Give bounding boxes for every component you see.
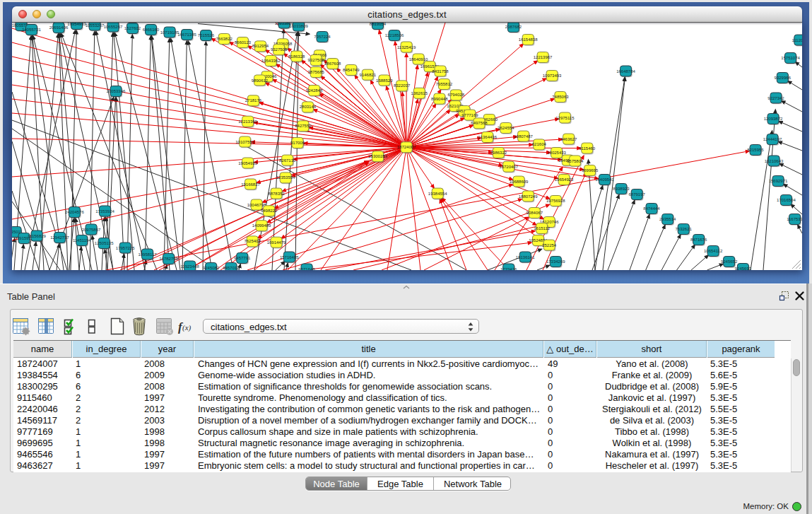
svg-text:252254: 252254 xyxy=(542,243,557,247)
svg-text:2718176: 2718176 xyxy=(245,98,262,103)
svg-text:9227342: 9227342 xyxy=(767,96,784,100)
svg-text:6497568: 6497568 xyxy=(471,121,488,125)
svg-text:621604: 621604 xyxy=(532,142,547,146)
svg-text:7625402: 7625402 xyxy=(244,239,261,243)
svg-text:11156829: 11156829 xyxy=(28,234,46,238)
svg-text:17353924: 17353924 xyxy=(95,209,114,214)
svg-text:16914479: 16914479 xyxy=(267,240,286,245)
svg-text:1167533: 1167533 xyxy=(787,217,802,221)
svg-text:2935514: 2935514 xyxy=(659,217,676,221)
svg-text:19354933: 19354933 xyxy=(67,23,86,26)
svg-text:3624554: 3624554 xyxy=(498,126,514,130)
svg-text:9245693: 9245693 xyxy=(735,267,752,270)
svg-text:12213369: 12213369 xyxy=(238,119,257,124)
svg-text:917006: 917006 xyxy=(290,141,305,145)
svg-text:8471676: 8471676 xyxy=(690,238,707,242)
svg-text:7663822: 7663822 xyxy=(216,37,233,41)
svg-text:18724007: 18724007 xyxy=(397,145,416,149)
svg-text:16409541: 16409541 xyxy=(595,177,614,182)
svg-text:6794028: 6794028 xyxy=(448,93,465,97)
svg-text:19756928: 19756928 xyxy=(546,199,565,203)
svg-text:9571648: 9571648 xyxy=(298,267,315,271)
svg-text:10807487: 10807487 xyxy=(514,134,533,139)
svg-text:16648784: 16648784 xyxy=(616,69,635,74)
svg-text:17334269: 17334269 xyxy=(546,259,565,264)
svg-text:10973493: 10973493 xyxy=(543,74,562,78)
svg-text:7986322: 7986322 xyxy=(490,151,507,155)
svg-text:1527602: 1527602 xyxy=(124,26,141,30)
svg-text:7632621: 7632621 xyxy=(676,227,693,231)
svg-text:20691406: 20691406 xyxy=(49,25,69,30)
svg-text:15720407: 15720407 xyxy=(499,165,518,169)
svg-text:7515526: 7515526 xyxy=(198,33,215,37)
svg-text:8660123: 8660123 xyxy=(235,40,252,45)
svg-text:16033809: 16033809 xyxy=(289,24,308,28)
svg-text:8912954: 8912954 xyxy=(252,44,269,48)
svg-text:16671385: 16671385 xyxy=(177,33,196,37)
svg-text:15716485: 15716485 xyxy=(280,255,299,259)
svg-text:8322037: 8322037 xyxy=(394,83,411,88)
svg-text:10107553: 10107553 xyxy=(235,140,254,144)
svg-text:15136141: 15136141 xyxy=(516,255,535,259)
svg-text:8267130: 8267130 xyxy=(279,158,296,163)
svg-text:8474444: 8474444 xyxy=(643,206,660,211)
svg-text:2867608: 2867608 xyxy=(324,62,341,66)
svg-text:8813054: 8813054 xyxy=(370,23,387,26)
svg-text:17957225: 17957225 xyxy=(116,246,135,250)
svg-text:12444197: 12444197 xyxy=(763,137,782,141)
svg-text:20053346: 20053346 xyxy=(107,89,126,93)
svg-text:25300283: 25300283 xyxy=(368,154,387,158)
svg-text:7955812: 7955812 xyxy=(436,82,453,86)
svg-text:12093872: 12093872 xyxy=(764,117,783,121)
svg-text:6879197: 6879197 xyxy=(629,192,646,197)
svg-text:1733426: 1733426 xyxy=(500,267,517,271)
svg-text:9242848: 9242848 xyxy=(306,88,323,93)
svg-text:8454749: 8454749 xyxy=(343,68,360,72)
svg-text:16782759: 16782759 xyxy=(159,257,178,261)
svg-text:9327505: 9327505 xyxy=(271,47,288,52)
svg-text:9575804: 9575804 xyxy=(567,159,584,163)
svg-text:1112041: 1112041 xyxy=(792,38,802,42)
svg-text:5498222: 5498222 xyxy=(261,209,278,213)
svg-text:1588520: 1588520 xyxy=(376,78,393,83)
svg-text:10719185: 10719185 xyxy=(160,30,180,35)
svg-text:11923448: 11923448 xyxy=(180,264,199,269)
svg-text:10655267: 10655267 xyxy=(104,25,123,29)
svg-text:12942737: 12942737 xyxy=(50,235,69,240)
svg-text:10553267: 10553267 xyxy=(86,23,105,28)
svg-text:14099489: 14099489 xyxy=(252,223,271,228)
svg-text:7485063: 7485063 xyxy=(552,95,569,99)
svg-text:8431758: 8431758 xyxy=(432,69,449,74)
svg-text:8427552: 8427552 xyxy=(295,124,312,128)
svg-text:9457791: 9457791 xyxy=(234,256,251,260)
svg-text:9245652: 9245652 xyxy=(721,259,738,264)
svg-text:(x): (x) xyxy=(182,323,192,332)
svg-text:17016504: 17016504 xyxy=(777,198,796,202)
svg-text:14055721: 14055721 xyxy=(22,28,41,32)
svg-text:10958117: 10958117 xyxy=(138,252,157,257)
svg-text:9146821: 9146821 xyxy=(360,73,377,77)
svg-text:18807249: 18807249 xyxy=(519,194,538,199)
svg-text:12975115: 12975115 xyxy=(555,116,575,120)
svg-text:20975867: 20975867 xyxy=(82,228,101,232)
svg-text:8215955: 8215955 xyxy=(747,148,764,152)
svg-text:19054933: 19054933 xyxy=(238,161,257,165)
svg-text:18640910: 18640910 xyxy=(409,57,428,62)
svg-text:9457012: 9457012 xyxy=(223,266,240,270)
svg-text:12353594: 12353594 xyxy=(276,175,295,180)
svg-text:19166827: 19166827 xyxy=(241,182,260,187)
svg-text:12218506: 12218506 xyxy=(385,33,404,37)
svg-text:8990448: 8990448 xyxy=(431,97,448,101)
svg-text:2087682: 2087682 xyxy=(505,25,522,29)
svg-text:10654112: 10654112 xyxy=(704,249,723,253)
svg-text:9699695: 9699695 xyxy=(582,168,599,173)
svg-text:16210643: 16210643 xyxy=(765,159,784,163)
svg-text:9777169: 9777169 xyxy=(461,113,478,117)
svg-text:9084067: 9084067 xyxy=(526,211,543,215)
svg-text:7357224: 7357224 xyxy=(314,35,331,39)
svg-text:1362615: 1362615 xyxy=(411,91,428,95)
svg-text:9245082: 9245082 xyxy=(203,266,220,270)
svg-text:8878352: 8878352 xyxy=(268,192,285,196)
svg-text:15751074: 15751074 xyxy=(781,56,800,60)
svg-text:15692971: 15692971 xyxy=(769,179,788,183)
